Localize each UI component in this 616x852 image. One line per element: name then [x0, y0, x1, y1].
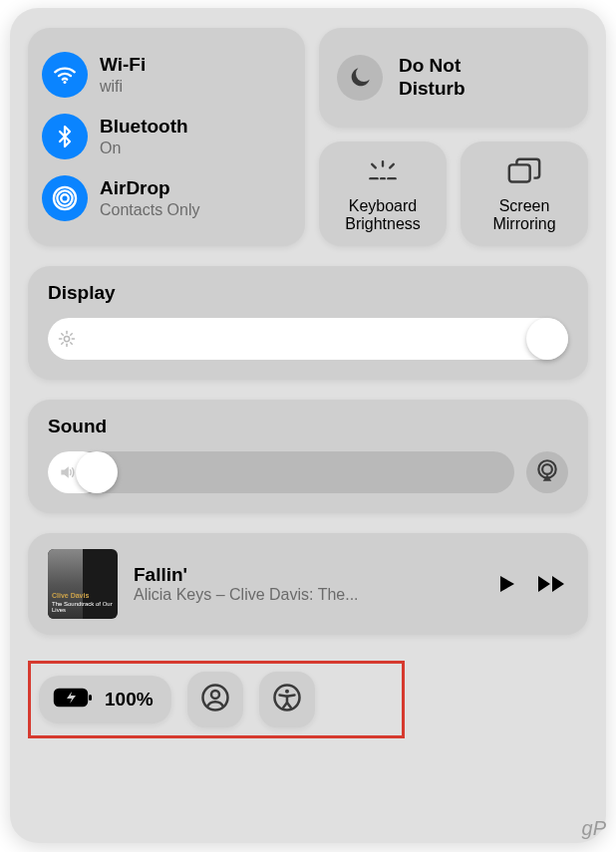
screen-mirroring-label: Screen Mirroring [492, 197, 555, 234]
moon-icon [337, 55, 383, 101]
now-playing-card: Clive Davis The Soundtrack of Our Lives … [28, 533, 588, 635]
airdrop-title: AirDrop [100, 177, 199, 200]
wifi-title: Wi-Fi [100, 54, 146, 77]
svg-point-1 [61, 194, 68, 201]
svg-point-0 [63, 81, 66, 84]
airdrop-subtitle: Contacts Only [100, 200, 199, 219]
airdrop-icon [42, 175, 88, 221]
keyboard-brightness-icon [365, 153, 401, 189]
svg-point-25 [211, 691, 219, 699]
do-not-disturb-toggle[interactable]: Do Not Disturb [319, 28, 588, 128]
display-slider[interactable] [48, 318, 568, 360]
control-center-panel: Wi-Fi wifi Bluetooth On AirDrop [10, 8, 606, 843]
sound-slider[interactable] [48, 451, 514, 493]
audio-output-button[interactable] [526, 451, 568, 493]
airdrop-toggle[interactable]: AirDrop Contacts Only [42, 167, 291, 229]
accessibility-button[interactable] [259, 672, 315, 727]
user-icon [200, 683, 230, 716]
sound-card: Sound [28, 400, 588, 513]
speaker-icon [58, 462, 78, 482]
svg-rect-10 [509, 164, 530, 181]
bluetooth-icon [42, 114, 88, 159]
top-row: Wi-Fi wifi Bluetooth On AirDrop [28, 28, 588, 246]
airplay-audio-icon [534, 457, 560, 487]
display-slider-thumb[interactable] [526, 318, 568, 360]
sound-slider-thumb[interactable] [76, 451, 118, 493]
battery-button[interactable]: 100% [39, 676, 171, 723]
album-art[interactable]: Clive Davis The Soundtrack of Our Lives [48, 549, 118, 619]
svg-point-11 [64, 336, 69, 341]
bluetooth-subtitle: On [100, 139, 188, 157]
watermark: gP [582, 817, 606, 840]
keyboard-brightness-label: Keyboard Brightness [345, 197, 421, 234]
sound-title: Sound [48, 416, 568, 437]
album-art-line1: Clive Davis [52, 592, 114, 599]
svg-line-19 [71, 334, 73, 336]
svg-point-21 [542, 464, 552, 474]
display-title: Display [48, 282, 568, 304]
svg-point-27 [285, 690, 289, 694]
right-column: Do Not Disturb Keyboard Brightness Scree… [319, 28, 588, 246]
accessibility-icon [272, 683, 302, 716]
connectivity-card: Wi-Fi wifi Bluetooth On AirDrop [28, 28, 305, 246]
bluetooth-toggle[interactable]: Bluetooth On [42, 106, 291, 167]
album-art-line2: The Soundtrack of Our Lives [52, 601, 114, 613]
track-title: Fallin' [134, 564, 478, 586]
svg-point-2 [57, 190, 72, 205]
wifi-icon [42, 52, 88, 98]
battery-percentage: 100% [105, 689, 154, 710]
small-card-row: Keyboard Brightness Screen Mirroring [319, 142, 588, 246]
display-card: Display [28, 266, 588, 380]
wifi-toggle[interactable]: Wi-Fi wifi [42, 44, 291, 106]
svg-line-16 [62, 334, 64, 336]
wifi-subtitle: wifi [100, 77, 146, 96]
svg-line-17 [71, 343, 73, 345]
dnd-label: Do Not Disturb [399, 55, 465, 101]
svg-line-6 [390, 164, 394, 168]
svg-line-18 [62, 343, 64, 345]
svg-line-5 [372, 164, 376, 168]
svg-rect-23 [89, 695, 92, 701]
track-subtitle: Alicia Keys – Clive Davis: The... [134, 586, 478, 604]
keyboard-brightness-button[interactable]: Keyboard Brightness [319, 142, 447, 246]
screen-mirroring-icon [506, 153, 542, 189]
bluetooth-title: Bluetooth [100, 116, 188, 139]
next-button[interactable] [536, 572, 568, 596]
bottom-row-highlight: 100% [28, 661, 405, 738]
user-switching-button[interactable] [187, 672, 243, 727]
play-button[interactable] [494, 572, 518, 596]
brightness-icon [58, 330, 76, 348]
battery-charging-icon [53, 686, 93, 713]
screen-mirroring-button[interactable]: Screen Mirroring [461, 142, 588, 246]
